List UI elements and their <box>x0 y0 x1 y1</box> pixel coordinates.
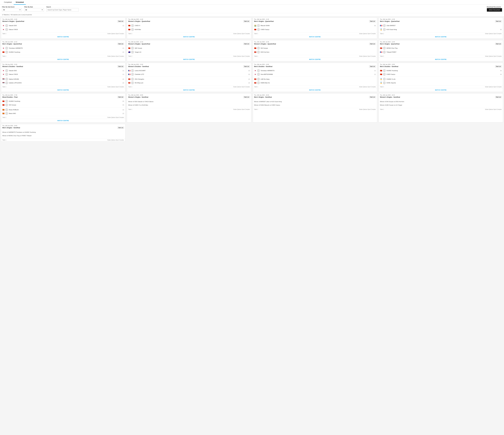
match-event-2: Women's Singles - Quarterfinal <box>128 20 150 22</box>
start-list-btn-10[interactable]: Start List <box>243 65 250 67</box>
match-card-7: Thu, 16th Jan 2025 - 12:45 Women's Singl… <box>253 40 377 61</box>
start-list-btn-9[interactable]: Start List <box>117 65 124 67</box>
match-card-12: Thu, 16th Jan 2025 - 13:55 Men's Doubles… <box>379 63 503 92</box>
start-list-btn-16[interactable]: Start List <box>495 96 502 98</box>
avatar-1b <box>5 28 8 31</box>
match-header-1: Thu, 16th Jan 2025 - 11:00 Women's Singl… <box>1 18 125 23</box>
match-centre-2[interactable]: MATCH CENTRE <box>127 35 251 38</box>
match-body-1: 🇯🇵 Satsuki ODO (1) 🇯🇵 Sakura YOKOI <box>1 23 125 32</box>
match-card-16: Thu, 16th Jan 2025 - 19:15 Women's Singl… <box>379 93 503 122</box>
match-datetime-1: Thu, 16th Jan 2025 - 11:00 <box>2 19 124 20</box>
date-select[interactable]: All <box>24 8 44 12</box>
info-bar: 17 Matches | * All matches are in venue … <box>0 13 504 16</box>
match-card-17: Thu, 16th Jan 2025 - 19:50 Men's Singles… <box>1 124 125 141</box>
match-card-2: Thu, 16th Jan 2025 - 11:00 Women's Singl… <box>127 18 251 39</box>
match-centre-6[interactable]: MATCH CENTRE <box>127 57 251 61</box>
search-group: Search <box>46 6 79 12</box>
match-card-6: Thu, 16th Jan 2025 - 12:10 Women's Singl… <box>127 40 251 61</box>
match-centre-7[interactable]: MATCH CENTRE <box>253 57 377 61</box>
download-button[interactable]: Select Document <box>487 8 502 12</box>
start-list-btn-4[interactable]: Start List <box>495 20 502 22</box>
start-list-btn-7[interactable]: Start List <box>369 43 376 45</box>
player-seed-1a: (1) <box>123 25 124 26</box>
search-label: Search <box>46 6 79 8</box>
match-card-3: Thu, 16th Jan 2025 - 11:35 Men's Singles… <box>253 18 377 39</box>
match-card-4: Thu, 16th Jan 2025 - 11:35 Men's Singles… <box>379 18 503 39</box>
start-list-btn-3[interactable]: Start List <box>369 20 376 22</box>
match-card-13: Thu, 16th Jan 2025 - 17:30 Mixed Doubles… <box>1 93 125 122</box>
download-label: Download Documents <box>487 6 502 8</box>
match-card-10: Thu, 16th Jan 2025 - 13:20 Women's Doubl… <box>127 63 251 92</box>
start-list-btn-8[interactable]: Start List <box>495 43 502 45</box>
start-list-btn-15[interactable]: Start List <box>369 96 376 98</box>
date-label: Filter By Date <box>24 6 44 8</box>
tab-completed[interactable]: Completed <box>2 0 14 5</box>
sub-event-label: Filter By Sub Event <box>2 6 22 8</box>
match-centre-3[interactable]: MATCH CENTRE <box>253 35 377 38</box>
match-card-9: Thu, 16th Jan 2025 - 13:20 Women's Doubl… <box>1 63 125 92</box>
player-row-1b: 🇯🇵 Sakura YOKOI <box>2 28 124 31</box>
match-centre-9[interactable]: MATCH CENTRE <box>1 88 125 92</box>
match-footer-1: Table 1 Sultan Qaboos Sport Complex <box>1 32 125 35</box>
filters-bar: Filter By Sub Event All Filter By Date A… <box>0 5 504 13</box>
start-list-btn-12[interactable]: Start List <box>495 65 502 67</box>
player-name-1a: Satsuki ODO <box>9 25 122 26</box>
start-list-btn-6[interactable]: Start List <box>243 43 250 45</box>
match-card-1: Thu, 16th Jan 2025 - 11:00 Women's Singl… <box>1 18 125 39</box>
match-event-3: Men's Singles - Quarterfinal <box>254 20 274 22</box>
match-centre-11[interactable]: MATCH CENTRE <box>253 88 377 92</box>
match-centre-5[interactable]: MATCH CENTRE <box>1 57 125 61</box>
flag-1a: 🇯🇵 <box>2 25 4 27</box>
match-centre-8[interactable]: MATCH CENTRE <box>379 57 503 61</box>
match-centre-10[interactable]: MATCH CENTRE <box>127 88 251 92</box>
match-card-15: Thu, 16th Jan 2025 - 18:40 Men's Singles… <box>253 93 377 122</box>
flag-1b: 🇯🇵 <box>2 28 4 30</box>
match-card-14: Thu, 16th Jan 2025 - 18:05 Women's Singl… <box>127 93 251 122</box>
search-input[interactable] <box>46 8 79 12</box>
start-list-btn-17[interactable]: Start List <box>117 127 124 129</box>
download-group: Download Documents Select Document <box>487 6 502 12</box>
match-centre-link-1[interactable]: MATCH CENTRE <box>57 36 69 37</box>
start-list-btn-11[interactable]: Start List <box>369 65 376 67</box>
sub-event-filter: Filter By Sub Event All <box>2 6 22 12</box>
match-event-4: Men's Singles - Quarterfinal <box>380 20 399 22</box>
match-card-8: Thu, 16th Jan 2025 - 12:45 Men's Singles… <box>379 40 503 61</box>
start-list-btn-5[interactable]: Start List <box>117 43 124 45</box>
start-list-btn-13[interactable]: Start List <box>117 96 124 98</box>
player-row-1a: 🇯🇵 Satsuki ODO (1) <box>2 24 124 28</box>
match-event-1: Women's Singles - Quarterfinal <box>2 20 24 22</box>
avatar-1a <box>5 24 8 27</box>
tab-scheduled[interactable]: Scheduled <box>14 0 26 5</box>
matches-grid: Thu, 16th Jan 2025 - 11:00 Women's Singl… <box>0 16 504 143</box>
match-card-5: Thu, 16th Jan 2025 - 12:10 Men's Singles… <box>1 40 125 61</box>
date-filter: Filter By Date All <box>24 6 44 12</box>
start-list-btn-1[interactable]: Start List <box>117 20 124 22</box>
match-centre-1[interactable]: MATCH CENTRE <box>1 35 125 38</box>
match-centre-12[interactable]: MATCH CENTRE <box>379 88 503 92</box>
match-centre-13[interactable]: MATCH CENTRE <box>1 119 125 122</box>
page-container: Completed Scheduled Filter By Sub Event … <box>0 0 504 143</box>
start-list-btn-2[interactable]: Start List <box>243 20 250 22</box>
sub-event-select[interactable]: All <box>2 8 22 12</box>
start-list-btn-14[interactable]: Start List <box>243 96 250 98</box>
player-name-1b: Sakura YOKOI <box>9 29 123 30</box>
match-card-11: Thu, 16th Jan 2025 - 13:55 Men's Doubles… <box>253 63 377 92</box>
tabs-bar: Completed Scheduled <box>0 0 504 5</box>
match-centre-4[interactable]: MATCH CENTRE <box>379 35 503 38</box>
